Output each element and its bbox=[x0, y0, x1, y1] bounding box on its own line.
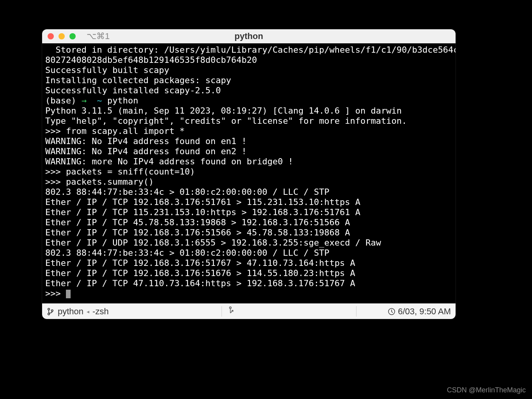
terminal-line: Ether / IP / TCP 115.231.153.10:https > … bbox=[45, 207, 452, 217]
divider bbox=[222, 306, 222, 317]
status-process: python bbox=[58, 306, 83, 317]
terminal-line: Installing collected packages: scapy bbox=[45, 75, 452, 86]
terminal-line: Type "help", "copyright", "credits" or "… bbox=[45, 116, 452, 126]
terminal-line: >>> packets.summary() bbox=[45, 177, 452, 187]
status-datetime: 6/03, 9:50 AM bbox=[398, 306, 451, 317]
svg-point-3 bbox=[229, 307, 231, 309]
traffic-lights bbox=[48, 33, 76, 39]
clock-icon bbox=[388, 308, 395, 315]
terminal-body[interactable]: Stored in directory: /Users/yimlu/Librar… bbox=[42, 43, 456, 303]
terminal-line: WARNING: No IPv4 address found on en2 ! bbox=[45, 146, 452, 157]
terminal-window: ⌥⌘1 python Stored in directory: /Users/y… bbox=[42, 29, 456, 319]
python-prompt: >>> bbox=[45, 289, 66, 298]
window-title: python bbox=[234, 31, 263, 41]
terminal-line: Ether / IP / TCP 192.168.3.176:51676 > 1… bbox=[45, 268, 452, 278]
terminal-line: (base) → ~ python bbox=[45, 96, 452, 106]
status-separator: ◂ bbox=[87, 308, 89, 315]
window-shortcut: ⌥⌘1 bbox=[87, 31, 110, 41]
minimize-button[interactable] bbox=[59, 33, 65, 39]
git-status-icon bbox=[228, 306, 235, 315]
terminal-line: Successfully installed scapy-2.5.0 bbox=[45, 86, 452, 96]
status-bar: python ◂ -zsh 6/03, 9:50 AM bbox=[42, 303, 456, 319]
prompt-cwd: ~ bbox=[97, 96, 107, 105]
terminal-line: >>> bbox=[45, 289, 452, 299]
terminal-line: Ether / IP / UDP 192.168.3.1:6555 > 192.… bbox=[45, 238, 452, 248]
close-button[interactable] bbox=[48, 33, 54, 39]
titlebar: ⌥⌘1 python bbox=[42, 29, 456, 43]
terminal-line: Python 3.11.5 (main, Sep 11 2023, 08:19:… bbox=[45, 106, 452, 116]
cursor-icon bbox=[66, 290, 71, 298]
terminal-line: Stored in directory: /Users/yimlu/Librar… bbox=[45, 45, 452, 55]
terminal-line: Successfully built scapy bbox=[45, 65, 452, 75]
divider bbox=[356, 306, 356, 317]
watermark: CSDN @MerlinTheMagic bbox=[447, 386, 526, 394]
prompt-command: python bbox=[107, 96, 138, 105]
terminal-line: 802.3 88:44:77:be:33:4c > 01:80:c2:00:00… bbox=[45, 248, 452, 258]
status-shell: -zsh bbox=[92, 306, 109, 317]
svg-point-2 bbox=[51, 310, 53, 312]
terminal-line: Ether / IP / TCP 192.168.3.176:51566 > 4… bbox=[45, 228, 452, 238]
git-branch-icon bbox=[47, 308, 55, 315]
terminal-line: 80272408028db5ef648b129146535f8d0cb764b2… bbox=[45, 55, 452, 65]
terminal-line: Ether / IP / TCP 192.168.3.176:51767 > 4… bbox=[45, 258, 452, 268]
status-left: python ◂ -zsh bbox=[47, 306, 109, 317]
maximize-button[interactable] bbox=[69, 33, 76, 39]
terminal-line: Ether / IP / TCP 45.78.58.133:19868 > 19… bbox=[45, 217, 452, 228]
terminal-line: >>> packets = sniff(count=10) bbox=[45, 167, 452, 177]
status-right: 6/03, 9:50 AM bbox=[388, 306, 451, 317]
terminal-line: Ether / IP / TCP 192.168.3.176:51761 > 1… bbox=[45, 197, 452, 207]
terminal-line: 802.3 88:44:77:be:33:4c > 01:80:c2:00:00… bbox=[45, 187, 452, 197]
status-center bbox=[228, 306, 235, 317]
terminal-line: >>> from scapy.all import * bbox=[45, 126, 452, 136]
terminal-line: WARNING: No IPv4 address found on en1 ! bbox=[45, 136, 452, 146]
svg-point-0 bbox=[48, 308, 50, 310]
prompt-env: (base) bbox=[45, 96, 82, 105]
terminal-line: Ether / IP / TCP 47.110.73.164:https > 1… bbox=[45, 278, 452, 289]
terminal-line: WARNING: more No IPv4 address found on b… bbox=[45, 157, 452, 167]
prompt-arrow-icon: → bbox=[82, 96, 97, 105]
